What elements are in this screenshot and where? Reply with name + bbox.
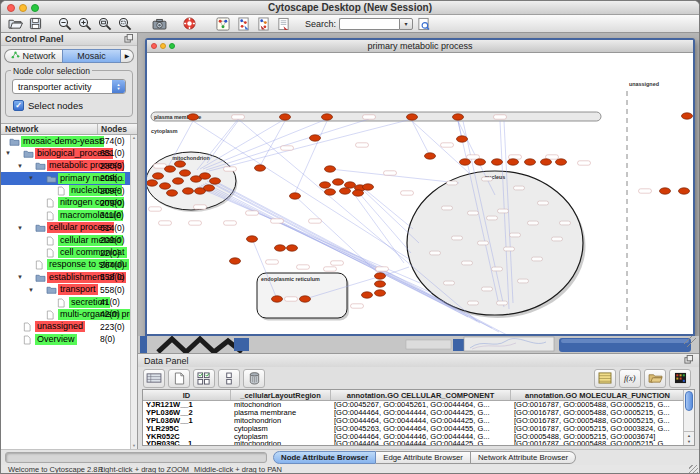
function-builder-icon[interactable]: f(x) [619, 369, 641, 388]
tree-row[interactable]: cellular metabo209(0) [1, 234, 137, 246]
table-row[interactable]: YDR039C__1mitochondrion[GO:0044464, GO:0… [143, 440, 694, 446]
network-node[interactable] [492, 159, 503, 165]
network-node[interactable] [230, 258, 241, 264]
net-minimize-button[interactable] [160, 43, 166, 49]
select-attributes-icon[interactable] [193, 369, 215, 388]
resize-grip[interactable] [689, 465, 698, 474]
tree-scrollbar[interactable]: ▲ ▼ [130, 135, 137, 449]
expand-arrow-icon[interactable]: ▼ [28, 287, 34, 293]
network-node[interactable] [310, 135, 321, 141]
network-node[interactable] [167, 190, 178, 196]
network-node[interactable] [320, 182, 331, 188]
network-node[interactable] [272, 296, 283, 302]
expand-arrow-icon[interactable]: ▼ [17, 274, 23, 280]
new-attribute-icon[interactable] [168, 369, 190, 388]
tab-node-attribute-browser[interactable]: Node Attribute Browser [273, 451, 376, 464]
tab-mosaic[interactable]: Mosaic [62, 49, 121, 63]
table-cell[interactable]: mitochondrion [231, 439, 331, 446]
tree-row[interactable]: nitrogen compo209(0) [1, 197, 137, 209]
float-panel-icon[interactable] [124, 34, 133, 45]
table-scrollbar[interactable]: ▲▼ [683, 390, 694, 445]
network-node[interactable] [363, 184, 374, 190]
network-node[interactable] [525, 159, 536, 165]
network-node[interactable] [290, 193, 301, 199]
search-options-icon[interactable] [413, 16, 433, 32]
table-cell[interactable]: YDR039C__1 [143, 439, 231, 446]
network-node[interactable] [165, 166, 176, 172]
network-node[interactable] [287, 245, 298, 251]
network-node[interactable] [475, 159, 486, 165]
network-node[interactable] [147, 180, 158, 186]
delete-attribute-icon[interactable] [243, 369, 265, 388]
net-close-button[interactable] [151, 43, 157, 49]
tree-row[interactable]: cell communicat22(0) [1, 247, 137, 259]
network-node[interactable] [353, 190, 364, 196]
tree-row[interactable]: multi-organism pro42(0) [1, 308, 137, 320]
network-node[interactable] [333, 179, 344, 185]
scrollbar-arrows[interactable]: ▲▼ [684, 431, 694, 445]
help-lifering-icon[interactable] [179, 16, 199, 32]
zoom-fit-icon[interactable] [95, 16, 115, 32]
table-column-header[interactable]: _cellularLayoutRegion [231, 390, 331, 400]
maximize-button[interactable] [31, 4, 39, 12]
network-node[interactable] [188, 114, 199, 120]
expand-arrow-icon[interactable]: ▼ [28, 175, 34, 181]
tab-network-attribute-browser[interactable]: Network Attribute Browser [471, 451, 576, 464]
tree-row[interactable]: nucleobase-209(0) [1, 185, 137, 197]
zoom-selected-icon[interactable] [115, 16, 135, 32]
network-node[interactable] [407, 114, 418, 120]
network-node[interactable] [175, 161, 186, 167]
network-node[interactable] [325, 189, 336, 195]
expand-arrow-icon[interactable]: ▼ [17, 225, 23, 231]
table-cell[interactable]: [GO:0016787, GO:0005488, GO:0005215, G..… [511, 439, 685, 446]
select-nodes-checkbox[interactable]: ✓ [13, 100, 24, 111]
network-node[interactable] [173, 178, 184, 184]
network-node[interactable] [300, 296, 311, 302]
table-column-header[interactable]: ID [143, 390, 231, 400]
vizmapper-icon[interactable] [273, 16, 293, 32]
tree-row[interactable]: ▼primary metabo209(... [1, 172, 137, 184]
scrollbar-thumb[interactable] [685, 391, 693, 411]
create-network-view-icon[interactable] [213, 16, 233, 32]
network-node[interactable] [460, 159, 471, 165]
tree-row[interactable]: ▼transport558(0) [1, 284, 137, 296]
table-column-header[interactable]: annotation.GO MOLECULAR_FUNCTION [511, 390, 685, 400]
network-node[interactable] [204, 185, 215, 191]
network-node[interactable] [322, 114, 333, 120]
open-session-icon[interactable] [5, 16, 25, 32]
tree-row[interactable]: macromolecule311(0) [1, 209, 137, 221]
close-button[interactable] [7, 4, 15, 12]
tree-row[interactable]: ▼establishment of lo558(0) [1, 271, 137, 283]
network-node[interactable] [345, 182, 356, 188]
network-node[interactable] [660, 188, 671, 194]
snapshot-camera-icon[interactable] [149, 16, 169, 32]
tree-row[interactable]: ▼biological_process651(0) [1, 147, 137, 159]
tree-row[interactable]: ▼cellular process614(0) [1, 222, 137, 234]
expand-arrow-icon[interactable]: ▼ [5, 150, 11, 156]
network-node[interactable] [375, 281, 386, 287]
network-node[interactable] [210, 178, 221, 184]
network-node[interactable] [375, 273, 386, 279]
import-folder-icon[interactable] [644, 369, 666, 388]
network-canvas[interactable]: nucleusmitochondrionendoplasmic reticulu… [147, 53, 693, 334]
tree-col-nodes[interactable]: Nodes [98, 124, 137, 134]
search-input[interactable] [339, 18, 399, 30]
table-cell[interactable]: [GO:0044464, GO:0044444, GO:0044425, G..… [331, 439, 511, 446]
network-node[interactable] [183, 188, 194, 194]
tabs-overflow-arrow[interactable]: ▶ [121, 49, 134, 63]
attribute-select-icon[interactable] [143, 369, 165, 388]
unselect-attributes-icon[interactable] [218, 369, 240, 388]
network-node[interactable] [280, 114, 291, 120]
matrix-view-icon[interactable] [669, 369, 691, 388]
tree-row[interactable]: Overview8(0) [1, 333, 137, 345]
zoom-out-icon[interactable] [55, 16, 75, 32]
net-maximize-button[interactable] [169, 43, 175, 49]
network-node[interactable] [556, 159, 567, 165]
import-attributes-icon[interactable] [253, 16, 273, 32]
data-panel-float-icon[interactable] [684, 355, 693, 366]
network-node[interactable] [679, 188, 690, 194]
tab-network[interactable]: Network [4, 49, 62, 63]
network-node[interactable] [200, 173, 211, 179]
tree-row[interactable]: unassigned223(0) [1, 321, 137, 333]
network-node[interactable] [362, 292, 373, 298]
